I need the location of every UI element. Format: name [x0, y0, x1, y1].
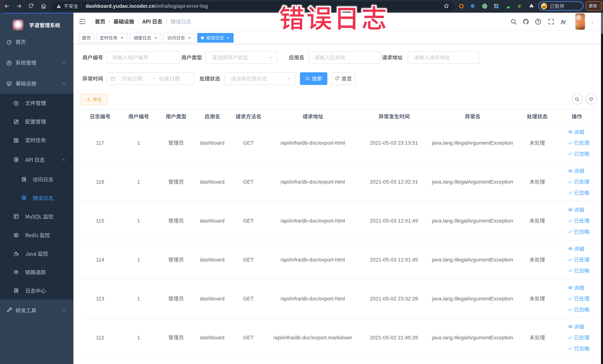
svg-text:on: on [508, 7, 509, 8]
